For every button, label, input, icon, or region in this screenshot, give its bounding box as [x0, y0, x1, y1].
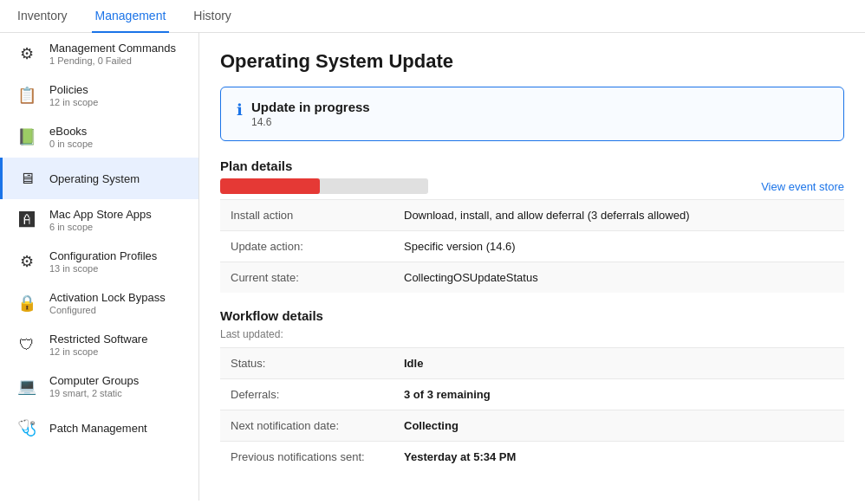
sidebar-subtitle-management-commands: 1 Pending, 0 Failed — [49, 55, 176, 66]
sidebar-subtitle-policies: 12 in scope — [49, 97, 98, 107]
sidebar-icon-operating-system: 🖥 — [15, 166, 39, 191]
progress-bar-wrap — [220, 178, 428, 194]
workflow-row-value: Collecting — [393, 410, 844, 442]
sidebar-text-mac-app-store-apps: Mac App Store Apps 6 in scope — [49, 208, 152, 232]
update-banner: ℹ Update in progress 14.6 — [220, 87, 844, 141]
sidebar-text-restricted-software: Restricted Software 12 in scope — [49, 333, 147, 357]
sidebar-item-configuration-profiles[interactable]: ⚙ Configuration Profiles 13 in scope — [0, 241, 198, 282]
sidebar-title-patch-management: Patch Management — [49, 422, 147, 435]
table-row: Status: Idle — [220, 348, 844, 379]
sidebar-item-mac-app-store-apps[interactable]: 🅰 Mac App Store Apps 6 in scope — [0, 199, 198, 241]
sidebar-icon-activation-lock-bypass: 🔒 — [15, 291, 39, 315]
plan-details-section: Plan details View event store Install ac… — [220, 158, 844, 293]
plan-details-title: Plan details — [220, 158, 844, 173]
sidebar-item-computer-groups[interactable]: 💻 Computer Groups 19 smart, 2 static — [0, 365, 198, 407]
table-row: Update action: Specific version (14.6) — [220, 231, 844, 262]
sidebar-title-restricted-software: Restricted Software — [49, 333, 147, 346]
sidebar-subtitle-configuration-profiles: 13 in scope — [49, 263, 157, 274]
plan-row-label: Current state: — [220, 262, 393, 294]
plan-row-value: CollectingOSUpdateStatus — [393, 262, 844, 294]
workflow-details-title: Workflow details — [220, 308, 844, 323]
sidebar-text-management-commands: Management Commands 1 Pending, 0 Failed — [49, 42, 176, 66]
plan-row-label: Install action — [220, 200, 393, 231]
main-content: Operating System Update ℹ Update in prog… — [199, 33, 865, 501]
nav-history[interactable]: History — [190, 0, 235, 33]
sidebar-icon-policies: 📋 — [15, 83, 39, 107]
workflow-details-table: Status: Idle Deferrals: 3 of 3 remaining… — [220, 347, 844, 472]
sidebar-subtitle-restricted-software: 12 in scope — [49, 346, 147, 357]
sidebar-title-activation-lock-bypass: Activation Lock Bypass — [49, 291, 166, 304]
sidebar-item-ebooks[interactable]: 📗 eBooks 0 in scope — [0, 116, 198, 158]
sidebar-item-restricted-software[interactable]: 🛡 Restricted Software 12 in scope — [0, 324, 198, 365]
sidebar-title-ebooks: eBooks — [49, 125, 93, 138]
sidebar-icon-mac-app-store-apps: 🅰 — [15, 208, 39, 232]
plan-row-value: Download, install, and allow deferral (3… — [393, 200, 844, 231]
nav-inventory[interactable]: Inventory — [14, 0, 71, 33]
sidebar-title-operating-system: Operating System — [49, 172, 140, 185]
sidebar-text-computer-groups: Computer Groups 19 smart, 2 static — [49, 374, 139, 398]
sidebar-text-policies: Policies 12 in scope — [49, 83, 98, 107]
last-updated-label: Last updated: — [220, 328, 844, 340]
table-row: Install action Download, install, and al… — [220, 200, 844, 231]
sidebar-title-computer-groups: Computer Groups — [49, 374, 139, 387]
sidebar-item-patch-management[interactable]: 🩺 Patch Management — [0, 407, 198, 449]
progress-bar-container: View event store — [220, 178, 844, 194]
sidebar-text-configuration-profiles: Configuration Profiles 13 in scope — [49, 249, 157, 274]
table-row: Next notification date: Collecting — [220, 410, 844, 442]
plan-details-table: Install action Download, install, and al… — [220, 199, 844, 293]
sidebar-subtitle-computer-groups: 19 smart, 2 static — [49, 388, 139, 398]
sidebar: ⚙ Management Commands 1 Pending, 0 Faile… — [0, 33, 199, 501]
update-banner-subtitle: 14.6 — [251, 116, 370, 128]
nav-management[interactable]: Management — [92, 0, 170, 33]
sidebar-subtitle-ebooks: 0 in scope — [49, 139, 93, 149]
sidebar-title-management-commands: Management Commands — [49, 42, 176, 55]
sidebar-text-operating-system: Operating System — [49, 172, 140, 185]
sidebar-title-policies: Policies — [49, 83, 98, 96]
workflow-row-value: 3 of 3 remaining — [393, 379, 844, 410]
sidebar-icon-configuration-profiles: ⚙ — [15, 249, 39, 274]
sidebar-icon-management-commands: ⚙ — [15, 42, 39, 66]
top-nav: Inventory Management History — [0, 0, 865, 33]
sidebar-item-management-commands[interactable]: ⚙ Management Commands 1 Pending, 0 Faile… — [0, 33, 198, 74]
sidebar-icon-ebooks: 📗 — [15, 125, 39, 149]
main-layout: ⚙ Management Commands 1 Pending, 0 Faile… — [0, 33, 865, 501]
sidebar-item-operating-system[interactable]: 🖥 Operating System — [0, 158, 198, 199]
sidebar-text-activation-lock-bypass: Activation Lock Bypass Configured — [49, 291, 166, 315]
update-banner-text: Update in progress 14.6 — [251, 100, 370, 128]
workflow-row-label: Deferrals: — [220, 379, 393, 410]
sidebar-item-policies[interactable]: 📋 Policies 12 in scope — [0, 74, 198, 116]
view-event-store-link[interactable]: View event store — [761, 180, 844, 193]
table-row: Previous notifications sent: Yesterday a… — [220, 442, 844, 473]
plan-row-value: Specific version (14.6) — [393, 231, 844, 262]
page-title: Operating System Update — [220, 50, 844, 73]
sidebar-icon-patch-management: 🩺 — [15, 416, 39, 440]
sidebar-subtitle-activation-lock-bypass: Configured — [49, 305, 166, 315]
workflow-row-value: Idle — [393, 348, 844, 379]
sidebar-icon-restricted-software: 🛡 — [15, 333, 39, 357]
workflow-details-section: Workflow details Last updated: Status: I… — [220, 308, 844, 472]
workflow-row-value: Yesterday at 5:34 PM — [393, 442, 844, 473]
plan-row-label: Update action: — [220, 231, 393, 262]
table-row: Deferrals: 3 of 3 remaining — [220, 379, 844, 410]
table-row: Current state: CollectingOSUpdateStatus — [220, 262, 844, 294]
progress-bar-fill — [220, 178, 320, 194]
sidebar-subtitle-mac-app-store-apps: 6 in scope — [49, 222, 152, 232]
sidebar-icon-computer-groups: 💻 — [15, 374, 39, 398]
workflow-row-label: Next notification date: — [220, 410, 393, 442]
sidebar-item-activation-lock-bypass[interactable]: 🔒 Activation Lock Bypass Configured — [0, 282, 198, 324]
info-icon: ℹ — [237, 100, 243, 120]
workflow-row-label: Previous notifications sent: — [220, 442, 393, 473]
sidebar-title-configuration-profiles: Configuration Profiles — [49, 249, 157, 262]
sidebar-text-patch-management: Patch Management — [49, 422, 147, 435]
workflow-row-label: Status: — [220, 348, 393, 379]
sidebar-title-mac-app-store-apps: Mac App Store Apps — [49, 208, 152, 221]
sidebar-text-ebooks: eBooks 0 in scope — [49, 125, 93, 149]
update-banner-title: Update in progress — [251, 100, 370, 114]
